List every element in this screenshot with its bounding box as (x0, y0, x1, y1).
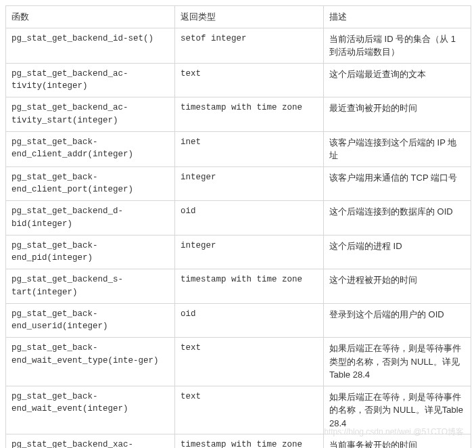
func-cell: pg_stat_get_back-end_userid(integer) (6, 303, 175, 338)
table-header-row: 函数 返回类型 描述 (6, 6, 471, 28)
rtype-cell: inet (175, 131, 324, 166)
table-row: pg_stat_get_back-end_client_addr(integer… (6, 131, 471, 166)
rtype-cell: setof integer (175, 28, 324, 63)
desc-cell: 这个后端的进程 ID (324, 235, 471, 269)
rtype-cell: timestamp with time zone (175, 97, 324, 132)
table-row: pg_stat_get_back-end_userid(integer)oid登… (6, 303, 471, 338)
rtype-cell: text (175, 386, 324, 434)
func-cell: pg_stat_get_back-end_wait_event_type(int… (6, 338, 175, 386)
func-cell: pg_stat_get_back-end_client_port(integer… (6, 166, 175, 201)
table-row: pg_stat_get_back-end_client_port(integer… (6, 166, 471, 201)
header-desc: 描述 (324, 6, 471, 28)
rtype-cell: oid (175, 303, 324, 338)
rtype-cell: integer (175, 235, 324, 269)
func-cell: pg_stat_get_backend_id-set() (6, 28, 175, 63)
table-row: pg_stat_get_backend_ac-tivity_start(inte… (6, 97, 471, 132)
table-row: pg_stat_get_back-end_wait_event_type(int… (6, 338, 471, 386)
func-cell: pg_stat_get_back-end_wait_event(integer) (6, 386, 175, 434)
func-cell: pg_stat_get_backend_ac-tivity_start(inte… (6, 97, 175, 132)
rtype-cell: timestamp with time zone (175, 434, 324, 449)
rtype-cell: timestamp with time zone (175, 269, 324, 304)
desc-cell: 该客户端用来通信的 TCP 端口号 (324, 166, 471, 201)
rtype-cell: text (175, 63, 324, 97)
header-func: 函数 (6, 6, 175, 28)
desc-cell: 如果后端正在等待，则是等待事件的名称，否则为 NULL。详见Table 28.4 (324, 386, 471, 434)
header-rtype: 返回类型 (175, 6, 324, 28)
desc-cell: 当前事务被开始的时间 (324, 434, 471, 449)
func-cell: pg_stat_get_backend_xac-t_start(integer) (6, 434, 175, 449)
desc-cell: 最近查询被开始的时间 (324, 97, 471, 132)
table-row: pg_stat_get_back-end_pid(integer)integer… (6, 235, 471, 269)
desc-cell: 当前活动后端 ID 号的集合（从 1 到活动后端数目） (324, 28, 471, 63)
table-row: pg_stat_get_backend_ac-tivity(integer)te… (6, 63, 471, 97)
desc-cell: 登录到这个后端的用户的 OID (324, 303, 471, 338)
table-row: pg_stat_get_backend_xac-t_start(integer)… (6, 434, 471, 449)
desc-cell: 该客户端连接到这个后端的 IP 地址 (324, 131, 471, 166)
func-cell: pg_stat_get_backend_d-bid(integer) (6, 201, 175, 236)
table-row: pg_stat_get_backend_id-set()setof intege… (6, 28, 471, 63)
rtype-cell: oid (175, 201, 324, 236)
func-cell: pg_stat_get_backend_ac-tivity(integer) (6, 63, 175, 97)
desc-cell: 这个后端最近查询的文本 (324, 63, 471, 97)
table-row: pg_stat_get_backend_s-tart(integer)times… (6, 269, 471, 304)
table-row: pg_stat_get_backend_d-bid(integer)oid这个后… (6, 201, 471, 236)
desc-cell: 如果后端正在等待，则是等待事件类型的名称，否则为 NULL。详见Table 28… (324, 338, 471, 386)
func-cell: pg_stat_get_backend_s-tart(integer) (6, 269, 175, 304)
func-cell: pg_stat_get_back-end_client_addr(integer… (6, 131, 175, 166)
rtype-cell: integer (175, 166, 324, 201)
func-cell: pg_stat_get_back-end_pid(integer) (6, 235, 175, 269)
function-table: 函数 返回类型 描述 pg_stat_get_backend_id-set()s… (5, 5, 471, 448)
table-row: pg_stat_get_back-end_wait_event(integer)… (6, 386, 471, 434)
rtype-cell: text (175, 338, 324, 386)
desc-cell: 这个进程被开始的时间 (324, 269, 471, 304)
desc-cell: 这个后端连接到的数据库的 OID (324, 201, 471, 236)
